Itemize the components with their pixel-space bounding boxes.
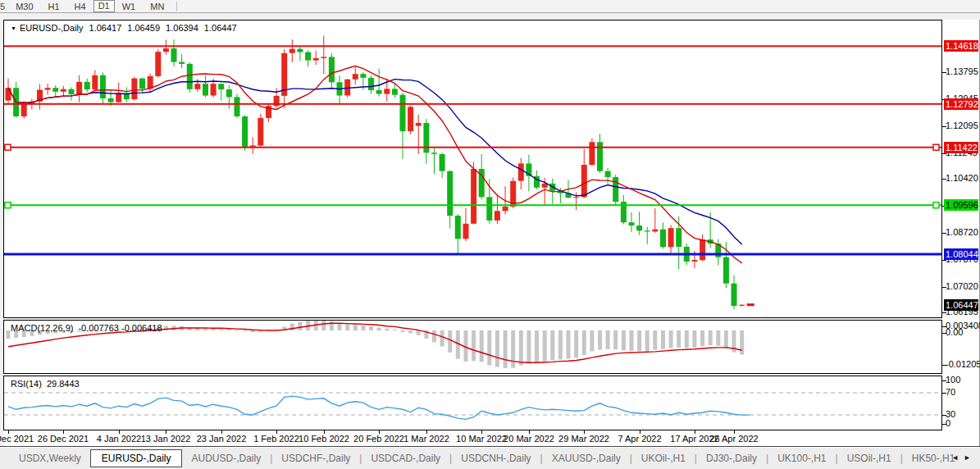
candle	[479, 154, 485, 200]
candle	[187, 62, 193, 93]
candle	[171, 39, 177, 66]
candle	[179, 54, 185, 68]
tab-scroll-left-icon[interactable]: ◄	[951, 453, 964, 462]
tab-usdchf-daily[interactable]: USDCHF-,Daily	[272, 450, 359, 467]
hline-1-14618[interactable]	[4, 45, 941, 47]
hline-handle[interactable]	[933, 203, 939, 208]
candle	[589, 139, 595, 166]
timeframe-button-5[interactable]: 5	[0, 1, 8, 12]
price-tick-label: 1.13795	[946, 66, 978, 76]
candle	[495, 194, 500, 224]
timeframe-button-h1[interactable]: H1	[41, 1, 67, 12]
candle	[715, 239, 721, 266]
timeframe-button-mn[interactable]: MN	[143, 1, 171, 12]
candle	[266, 104, 271, 122]
timeframe-button-h4[interactable]: H4	[67, 1, 93, 12]
tab-uk100-h1[interactable]: UK100-,H1	[768, 450, 835, 467]
candle	[518, 158, 524, 190]
rsi-axis-label: 0	[946, 418, 950, 428]
candle	[329, 53, 335, 88]
date-label: 26 Dec 2021	[38, 434, 89, 444]
date-label: 20 Mar 2022	[504, 434, 554, 444]
hline-1-12792[interactable]	[4, 103, 941, 105]
main-chart-pane[interactable]: ▼EURUSD-,Daily1.064171.064591.063941.064…	[3, 20, 942, 318]
price-tick-label: 1.12095	[946, 121, 978, 130]
candle	[84, 79, 90, 93]
candle	[258, 114, 263, 148]
date-label: 1 Mar 2022	[403, 434, 449, 444]
hline-handle[interactable]	[933, 144, 939, 150]
mt4-window: 5M30H1H4D1W1MN ▼EURUSD-,Daily1.064171.06…	[0, 0, 980, 469]
chart-symbol: EURUSD-,Daily	[20, 23, 84, 33]
tab-usoil-h1[interactable]: USOil-,H1	[838, 450, 900, 467]
tab-usdcnh-daily[interactable]: USDCNH-,Daily	[452, 450, 540, 467]
candle	[235, 94, 240, 118]
macd-header: MACD(12,26,9)-0.007763 -0.006418	[11, 323, 162, 333]
hline-handle[interactable]	[5, 203, 11, 208]
ohlc-open: 1.06417	[89, 23, 122, 33]
time-axis[interactable]: 16 Dec 202126 Dec 20214 Jan 202213 Jan 2…	[3, 430, 942, 446]
candle	[463, 208, 469, 241]
candle	[645, 227, 650, 244]
hline-price-label: 1.12792	[944, 98, 978, 110]
candle	[613, 175, 618, 205]
candle	[124, 87, 130, 102]
timeframe-toolbar: 5M30H1H4D1W1MN	[0, 0, 980, 13]
date-label: 29 Mar 2022	[558, 434, 609, 444]
candle	[455, 214, 461, 253]
candle	[652, 208, 658, 233]
hline-price-label: 1.08044	[944, 248, 978, 260]
candle	[368, 75, 374, 93]
macd-values: -0.007763 -0.006418	[78, 323, 162, 333]
rsi-header: RSI(14)29.8443	[11, 379, 80, 389]
hline-1-09596[interactable]	[4, 204, 941, 206]
candle	[739, 304, 745, 307]
hline-1-08044[interactable]	[4, 253, 941, 256]
rsi-label: RSI(14)	[11, 379, 42, 389]
price-axis[interactable]: 1.137951.129451.120951.112451.104201.095…	[942, 20, 980, 447]
tab-eurusd-daily[interactable]: EURUSD-,Daily	[90, 449, 183, 467]
tab-scroll-right-icon[interactable]: ►	[964, 453, 976, 462]
hline-1-11422[interactable]	[4, 147, 941, 148]
candle	[629, 212, 635, 232]
candle	[131, 77, 137, 101]
candle	[37, 84, 43, 110]
candle	[732, 275, 737, 310]
tab-audusd-daily[interactable]: AUDUSD-,Daily	[182, 450, 270, 467]
candle	[61, 86, 66, 96]
ohlc-low: 1.06394	[166, 23, 198, 33]
candle	[423, 119, 429, 164]
tab-usdx-weekly[interactable]: USDX,Weekly	[10, 450, 90, 467]
tab-xauusd-daily[interactable]: XAUUSD-,Daily	[543, 450, 630, 467]
date-label: 4 Jan 2022	[97, 434, 141, 444]
ohlc-close: 1.06447	[204, 23, 237, 33]
macd-pane[interactable]: MACD(12,26,9)-0.007763 -0.006418	[3, 320, 942, 374]
candle	[76, 75, 82, 102]
hline-handle[interactable]	[5, 144, 11, 150]
rsi-value: 29.8443	[47, 379, 80, 389]
candle	[660, 222, 666, 248]
candle	[668, 225, 674, 253]
timeframe-button-w1[interactable]: W1	[115, 1, 144, 12]
candle	[305, 50, 311, 66]
tab-ukoil-h1[interactable]: UKOil-,H1	[632, 450, 695, 467]
price-tick-label: 1.08720	[946, 227, 978, 237]
tab-dj30-daily[interactable]: DJ30-,Daily	[697, 450, 766, 467]
candle	[297, 47, 303, 61]
candle	[636, 212, 642, 235]
candle	[700, 234, 705, 261]
candle	[163, 40, 169, 55]
macd-label: MACD(12,26,9)	[11, 323, 73, 333]
candle	[337, 75, 343, 104]
candle	[242, 115, 248, 151]
timeframe-button-m30[interactable]: M30	[8, 1, 40, 12]
price-tick-label: 1.10420	[946, 173, 978, 183]
hline-price-label: 1.14618	[944, 40, 978, 52]
symbol-dropdown-icon: ▼	[11, 25, 16, 31]
rsi-pane[interactable]: RSI(14)29.8443	[3, 376, 942, 430]
candle	[447, 171, 453, 229]
tab-usdcad-daily[interactable]: USDCAD-,Daily	[362, 450, 449, 467]
macd-axis-label: 0.00	[946, 327, 963, 337]
current-price-marker	[747, 303, 754, 306]
timeframe-button-d1[interactable]: D1	[93, 0, 115, 12]
